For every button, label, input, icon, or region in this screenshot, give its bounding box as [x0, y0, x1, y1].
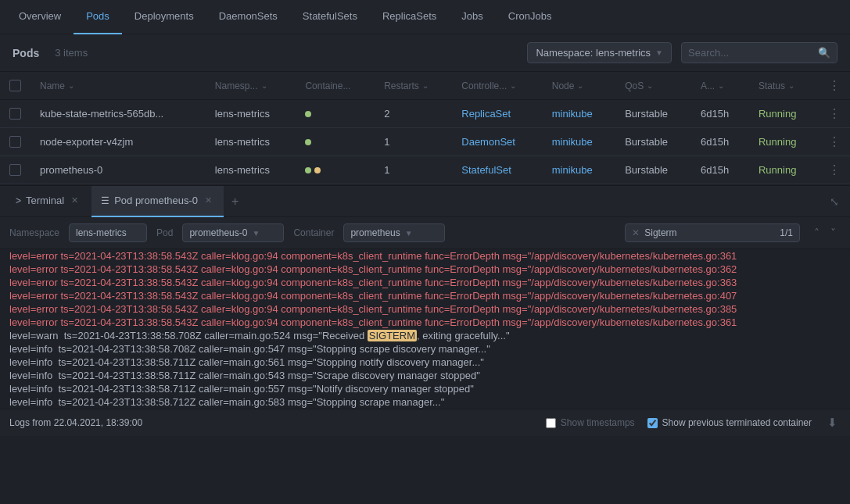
search-box: 🔍: [681, 42, 837, 63]
container-status-dot: [305, 111, 311, 117]
col-label-age: A...: [701, 80, 715, 91]
row-restarts: 2: [375, 100, 452, 128]
tab-terminal[interactable]: >Terminal✕: [6, 186, 90, 217]
nav-item-replicasets[interactable]: ReplicaSets: [370, 0, 449, 34]
row-controlled-by[interactable]: DaemonSet: [452, 128, 543, 156]
log-nav-arrows: ˄ ˅: [809, 223, 841, 242]
sort-icon-qos[interactable]: ⌄: [647, 81, 653, 90]
row-node[interactable]: minikube: [543, 156, 615, 184]
top-navigation: OverviewPodsDeploymentsDaemonSetsStatefu…: [0, 0, 850, 34]
chevron-down-icon: ▼: [655, 48, 663, 57]
log-controls: Namespace lens-metrics Pod prometheus-0 …: [0, 217, 850, 249]
show-previous-text: Show previous terminated container: [662, 417, 812, 428]
nav-item-daemonsets[interactable]: DaemonSets: [206, 0, 290, 34]
nav-up-arrow[interactable]: ˄: [809, 223, 824, 242]
col-more: ⋮: [819, 72, 850, 100]
node-link[interactable]: minikube: [552, 108, 593, 120]
show-previous-label[interactable]: Show previous terminated container: [647, 417, 812, 428]
row-age: 6d15h: [691, 128, 749, 156]
row-qos: Burstable: [615, 100, 691, 128]
row-status: Running: [749, 128, 819, 156]
row-more-icon[interactable]: ⋮: [828, 163, 841, 177]
table-row[interactable]: node-exporter-v4zjmlens-metrics1DaemonSe…: [0, 128, 850, 156]
row-restarts: 1: [375, 156, 452, 184]
row-more-icon[interactable]: ⋮: [828, 135, 841, 148]
show-previous-checkbox[interactable]: [647, 418, 658, 428]
sort-icon-status[interactable]: ⌄: [788, 81, 794, 90]
table-row[interactable]: kube-state-metrics-565db...lens-metrics2…: [0, 100, 850, 128]
row-controlled-by[interactable]: ReplicaSet: [452, 100, 543, 128]
node-link[interactable]: minikube: [552, 164, 593, 176]
log-line: level=error ts=2021-04-23T13:38:58.543Z …: [0, 249, 850, 263]
show-timestamps-label[interactable]: Show timestamps: [546, 417, 635, 428]
col-checkbox: [0, 72, 30, 100]
tab-close-terminal[interactable]: ✕: [69, 195, 81, 206]
controlled-by-link[interactable]: DaemonSet: [461, 136, 515, 148]
download-icon[interactable]: ⬇: [824, 414, 841, 431]
row-status: Running: [749, 156, 819, 184]
tab-pod-prometheus[interactable]: ☰Pod prometheus-0✕: [91, 186, 224, 217]
log-line: level=info ts=2021-04-23T13:38:58.711Z c…: [0, 382, 850, 395]
sort-icon-restarts[interactable]: ⌄: [422, 81, 429, 90]
sort-icon-namespace[interactable]: ⌄: [261, 81, 267, 90]
container-status-dot: [305, 139, 311, 145]
nav-item-jobs[interactable]: Jobs: [449, 0, 495, 34]
tab-close-pod-prometheus[interactable]: ✕: [203, 195, 214, 206]
sort-icon-age[interactable]: ⌄: [718, 81, 724, 90]
expand-panel-button[interactable]: ⤡: [825, 192, 844, 211]
bottom-panel: >Terminal✕☰Pod prometheus-0✕+⤡ Namespace…: [0, 184, 850, 436]
nav-down-arrow[interactable]: ˅: [826, 223, 841, 242]
row-more-icon[interactable]: ⋮: [828, 107, 841, 120]
sort-icon-node[interactable]: ⌄: [577, 81, 583, 90]
pods-section: Pods 3 items Namespace: lens-metrics ▼ 🔍…: [0, 34, 850, 184]
sort-icon-controlled_by[interactable]: ⌄: [510, 81, 516, 90]
nav-item-overview[interactable]: Overview: [6, 0, 74, 34]
row-checkbox[interactable]: [9, 136, 21, 148]
table-more-icon[interactable]: ⋮: [828, 79, 841, 92]
add-tab-button[interactable]: +: [225, 186, 245, 217]
search-input[interactable]: [688, 47, 813, 59]
show-timestamps-checkbox[interactable]: [546, 418, 556, 428]
controlled-by-link[interactable]: ReplicaSet: [461, 108, 511, 120]
log-line: level=error ts=2021-04-23T13:38:58.543Z …: [0, 289, 850, 302]
sort-icon-name[interactable]: ⌄: [68, 81, 74, 90]
namespace-dropdown-value: lens-metrics: [76, 227, 127, 238]
namespace-dropdown[interactable]: lens-metrics: [69, 223, 147, 242]
row-node[interactable]: minikube: [543, 128, 615, 156]
log-output-container[interactable]: level=error ts=2021-04-23T13:38:58.543Z …: [0, 249, 850, 409]
status-badge: Running: [759, 136, 796, 148]
col-label-qos: QoS: [625, 80, 644, 91]
status-bar: Logs from 22.04.2021, 18:39:00 Show time…: [0, 409, 850, 436]
controlled-by-link[interactable]: StatefulSet: [461, 164, 511, 176]
show-timestamps-text: Show timestamps: [561, 417, 635, 428]
list-icon: ☰: [101, 195, 109, 206]
row-checkbox[interactable]: [9, 164, 21, 176]
row-controlled-by[interactable]: StatefulSet: [452, 156, 543, 184]
row-checkbox-cell: [0, 128, 30, 156]
sigterm-clear-icon[interactable]: ✕: [632, 227, 640, 238]
row-more-cell: ⋮: [819, 100, 850, 128]
log-line: level=info ts=2021-04-23T13:38:58.711Z c…: [0, 369, 850, 382]
nav-item-cronjobs[interactable]: CronJobs: [496, 0, 565, 34]
row-name: node-exporter-v4zjm: [30, 128, 206, 156]
pods-table: Name⌄Namesp...⌄Containe...Restarts⌄Contr…: [0, 72, 850, 184]
node-link[interactable]: minikube: [552, 136, 593, 148]
table-row[interactable]: prometheus-0lens-metrics 1StatefulSetmin…: [0, 156, 850, 184]
row-more-cell: ⋮: [819, 156, 850, 184]
col-name: Name⌄: [30, 72, 206, 100]
col-age: A...⌄: [691, 72, 749, 100]
log-line: level=warn ts=2021-04-23T13:38:58.708Z c…: [0, 329, 850, 342]
nav-item-pods[interactable]: Pods: [74, 0, 122, 34]
namespace-selector[interactable]: Namespace: lens-metrics ▼: [527, 42, 672, 63]
status-badge: Running: [759, 164, 796, 176]
container-dropdown[interactable]: prometheus ▼: [343, 223, 445, 242]
col-label-name: Name: [40, 80, 65, 91]
row-node[interactable]: minikube: [543, 100, 615, 128]
tab-label-pod-prometheus: Pod prometheus-0: [114, 195, 198, 206]
nav-item-statefulsets[interactable]: StatefulSets: [290, 0, 370, 34]
sigterm-search-box[interactable]: ✕ Sigterm 1/1: [625, 223, 800, 242]
nav-item-deployments[interactable]: Deployments: [122, 0, 206, 34]
select-all-checkbox[interactable]: [9, 80, 21, 91]
pod-dropdown[interactable]: prometheus-0 ▼: [182, 223, 284, 242]
row-checkbox[interactable]: [9, 108, 21, 120]
